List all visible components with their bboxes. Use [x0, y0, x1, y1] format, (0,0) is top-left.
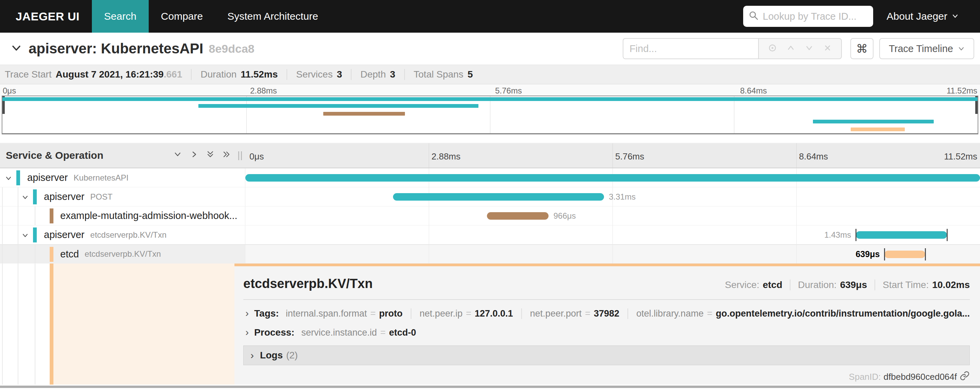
service-color-strip — [50, 208, 53, 224]
timeline-tick: 5.76ms — [615, 151, 644, 162]
minimap-tick-labels: 0μs 2.88ms 5.76ms 8.64ms 11.52ms — [0, 84, 980, 95]
trace-id-short: 8e9dca8 — [209, 42, 255, 56]
bottom-divider — [0, 386, 980, 388]
minimap-tick: 2.88ms — [250, 86, 277, 95]
span-name-cell[interactable]: apiserver KubernetesAPI — [0, 168, 245, 187]
timeline-minimap-section: 0μs 2.88ms 5.76ms 8.64ms 11.52ms — [0, 84, 980, 143]
chevron-down-icon[interactable] — [5, 174, 13, 184]
minimap-tick: 11.52ms — [947, 86, 977, 95]
span-duration-bar[interactable] — [856, 231, 947, 239]
span-duration-bar[interactable] — [393, 193, 604, 201]
nav-tab-compare[interactable]: Compare — [149, 0, 215, 33]
service-color-strip — [50, 247, 53, 262]
trace-title: apiserver: KubernetesAPI — [29, 40, 204, 57]
span-row-apiserver-kubernetesapi[interactable]: apiserver KubernetesAPI — [0, 168, 980, 187]
chevron-right-icon[interactable]: › — [245, 326, 249, 338]
span-timeline-cell[interactable]: 639μs — [245, 245, 980, 263]
span-rows: apiserver KubernetesAPI apiserver POST 3… — [0, 168, 980, 264]
span-name-cell[interactable]: apiserver etcdserverpb.KV/Txn — [0, 225, 245, 244]
nav-tab-system-architecture[interactable]: System Architecture — [215, 0, 331, 33]
prev-match-icon[interactable] — [786, 43, 795, 54]
span-boundary-tick — [947, 229, 948, 241]
timeline-minimap[interactable] — [2, 95, 978, 134]
span-id-label: SpanID: — [849, 372, 881, 382]
column-resize-handle[interactable] — [238, 151, 242, 160]
about-jaeger-menu[interactable]: About Jaeger — [887, 11, 959, 22]
span-row-apiserver-post[interactable]: apiserver POST 3.31ms — [0, 187, 980, 206]
service-operation-header: Service & Operation — [0, 143, 245, 168]
collapse-one-icon[interactable] — [173, 149, 182, 162]
timeline-tick: 8.64ms — [799, 151, 828, 162]
link-icon[interactable] — [959, 371, 970, 383]
focus-match-icon[interactable] — [768, 43, 777, 54]
process-row[interactable]: › Process: service.instance.id=etcd-0 — [243, 326, 970, 338]
span-duration-bar[interactable] — [487, 212, 549, 220]
span-duration-label: 1.43ms — [824, 230, 851, 240]
keyboard-shortcuts-button[interactable]: ⌘ — [850, 38, 873, 59]
span-timeline-cell[interactable]: 966μs — [245, 206, 980, 225]
span-duration-bar[interactable] — [885, 251, 925, 258]
selected-span-tint — [53, 264, 234, 384]
minimap-gap — [0, 134, 980, 143]
service-color-strip — [33, 227, 37, 243]
trace-view-selector-label: Trace Timeline — [889, 43, 953, 54]
jaeger-trace-page: JAEGER UI Search Compare System Architec… — [0, 0, 980, 389]
selected-span-color-strip — [50, 264, 53, 384]
span-service-name: example-mutating-admission-webhook... — [60, 210, 237, 221]
meta-duration: Duration:639μs — [790, 279, 867, 291]
minimap-tick: 0μs — [3, 86, 16, 95]
logs-accordion[interactable]: › Logs (2) — [243, 346, 970, 365]
expand-all-icon[interactable] — [222, 149, 231, 162]
span-row-apiserver-etcd-txn[interactable]: apiserver etcdserverpb.KV/Txn 1.43ms — [0, 225, 980, 245]
chevron-down-icon — [951, 11, 959, 22]
chevron-right-icon[interactable]: › — [245, 307, 249, 319]
span-timeline-cell[interactable] — [245, 168, 980, 187]
clear-find-icon[interactable] — [823, 43, 832, 54]
app-logo[interactable]: JAEGER UI — [16, 0, 80, 33]
timeline-tick: 11.52ms — [944, 151, 977, 162]
about-jaeger-label: About Jaeger — [887, 11, 947, 22]
tag-item: internal.span.format=proto — [286, 308, 402, 319]
span-duration-bar[interactable] — [245, 174, 980, 182]
trace-lookup-input[interactable] — [763, 11, 868, 22]
tag-item: net.peer.ip=127.0.0.1 — [411, 308, 513, 319]
span-service-name: apiserver — [44, 229, 84, 240]
span-timeline-cell[interactable]: 1.43ms — [245, 225, 980, 244]
span-name-cell[interactable]: apiserver POST — [0, 187, 245, 206]
stat-depth: Depth3 — [351, 69, 395, 80]
timeline-gridline — [796, 143, 797, 168]
span-operation-name: etcdserverpb.KV/Txn — [85, 249, 161, 259]
find-suffix-controls — [758, 38, 842, 59]
tag-item: net.peer.port=37982 — [521, 308, 620, 319]
span-operation-name: etcdserverpb.KV/Txn — [90, 230, 166, 240]
span-name-cell[interactable]: example-mutating-admission-webhook... — [0, 206, 245, 225]
chevron-down-icon[interactable] — [21, 193, 29, 203]
span-duration-label: 966μs — [553, 211, 576, 221]
span-row-etcd-txn-selected[interactable]: etcd etcdserverpb.KV/Txn 639μs — [0, 245, 980, 264]
span-operation-name: POST — [90, 192, 112, 202]
span-operation-name: KubernetesAPI — [73, 173, 128, 183]
meta-start-time: Start Time:10.02ms — [875, 279, 970, 291]
next-match-icon[interactable] — [804, 43, 814, 54]
find-input[interactable] — [623, 38, 758, 59]
expand-one-icon[interactable] — [189, 149, 199, 162]
span-boundary-tick — [856, 229, 856, 241]
trace-header: apiserver: KubernetesAPI 8e9dca8 — [0, 33, 980, 65]
span-name-cell[interactable]: etcd etcdserverpb.KV/Txn — [0, 245, 245, 263]
trace-stats-bar: Trace StartAugust 7 2021, 16:21:39.661 D… — [0, 65, 980, 84]
detail-divider — [243, 299, 970, 300]
chevron-down-icon — [958, 43, 965, 54]
process-item: service.instance.id=etcd-0 — [301, 327, 416, 338]
span-row-webhook[interactable]: example-mutating-admission-webhook... 96… — [0, 206, 980, 225]
service-color-strip — [33, 189, 37, 204]
span-timeline-cell[interactable]: 3.31ms — [245, 187, 980, 206]
chevron-down-icon[interactable] — [21, 231, 29, 241]
span-boundary-tick — [925, 248, 926, 260]
collapse-all-icon[interactable] — [205, 149, 215, 162]
collapse-trace-chevron-icon[interactable] — [10, 42, 22, 56]
tags-row[interactable]: › Tags: internal.span.format=proto net.p… — [243, 307, 970, 319]
nav-tab-search[interactable]: Search — [92, 0, 149, 33]
trace-view-selector[interactable]: Trace Timeline — [879, 38, 974, 59]
process-label: Process: — [254, 327, 294, 338]
tags-label: Tags: — [254, 308, 279, 319]
